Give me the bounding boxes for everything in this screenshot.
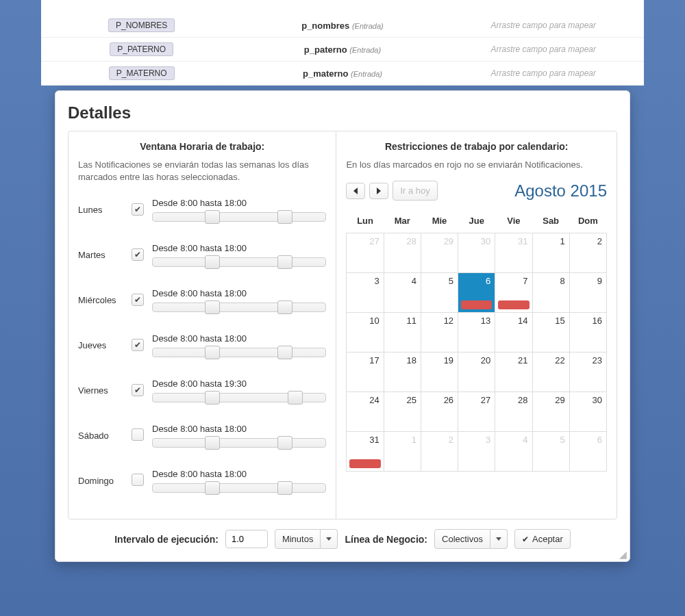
- calendar-weekday: Sab: [532, 209, 569, 233]
- slider-handle-start[interactable]: [205, 300, 220, 314]
- day-checkbox[interactable]: [132, 384, 144, 396]
- field-tag: (Entrada): [351, 70, 382, 78]
- calendar-day[interactable]: 26: [421, 392, 458, 432]
- accept-button[interactable]: Aceptar: [514, 529, 571, 549]
- calendar-day[interactable]: 15: [532, 313, 569, 352]
- unit-dropdown[interactable]: Minutos: [275, 529, 338, 549]
- field-placeholder[interactable]: Arrastre campo para mapear: [443, 68, 644, 78]
- calendar-day[interactable]: 29: [532, 392, 569, 432]
- calendar-day[interactable]: 31: [495, 233, 532, 273]
- day-range-slider[interactable]: [152, 212, 326, 222]
- unit-dropdown-label[interactable]: Minutos: [275, 529, 321, 549]
- calendar-day[interactable]: 30: [569, 392, 606, 432]
- resize-handle-icon[interactable]: ◢: [619, 549, 627, 560]
- calendar-day[interactable]: 9: [569, 273, 606, 313]
- calendar-weekday: Vie: [495, 209, 532, 233]
- day-range-slider[interactable]: [152, 393, 326, 402]
- day-range-slider[interactable]: [152, 348, 326, 357]
- slider-handle-end[interactable]: [277, 300, 292, 314]
- day-checkbox[interactable]: [132, 428, 144, 441]
- calendar-panel: Restricciones de trabajo por calendario:…: [336, 131, 616, 519]
- day-range-slider[interactable]: [152, 257, 326, 267]
- day-checkbox[interactable]: [132, 339, 144, 351]
- work-window-header: Ventana Horaria de trabajo:: [78, 138, 326, 159]
- calendar-day[interactable]: 25: [384, 392, 421, 432]
- calendar-day[interactable]: 2: [569, 233, 606, 273]
- calendar-day[interactable]: 20: [458, 352, 495, 392]
- slider-handle-end[interactable]: [277, 210, 292, 224]
- calendar-day[interactable]: 5: [532, 432, 569, 472]
- day-checkbox[interactable]: [132, 294, 144, 306]
- calendar-day[interactable]: 17: [347, 352, 384, 392]
- cal-prev-button[interactable]: [346, 183, 365, 199]
- calendar-day[interactable]: 10: [347, 313, 384, 352]
- field-placeholder[interactable]: Arrastre campo para mapear: [443, 21, 644, 30]
- field-badge[interactable]: P_PATERNO: [110, 42, 173, 56]
- calendar-day[interactable]: 21: [495, 352, 532, 392]
- slider-handle-start[interactable]: [205, 481, 220, 495]
- calendar-day[interactable]: 1: [532, 233, 569, 273]
- day-checkbox[interactable]: [132, 203, 144, 216]
- cal-next-button[interactable]: [369, 183, 388, 199]
- calendar-day[interactable]: 12: [421, 313, 458, 352]
- calendar-day[interactable]: 5: [421, 273, 458, 313]
- work-window-panel: Ventana Horaria de trabajo: Las Notifica…: [68, 131, 336, 519]
- calendar-day[interactable]: 4: [384, 273, 421, 313]
- calendar-day[interactable]: 2: [421, 432, 458, 472]
- slider-handle-start[interactable]: [205, 436, 220, 450]
- calendar-day[interactable]: 1: [384, 432, 421, 472]
- calendar-day[interactable]: 11: [384, 313, 421, 352]
- slider-handle-end[interactable]: [277, 436, 292, 450]
- field-badge[interactable]: P_NOMBRES: [108, 18, 175, 32]
- calendar-day[interactable]: 6: [569, 432, 606, 472]
- calendar-day[interactable]: 19: [421, 352, 458, 392]
- lob-dropdown-label[interactable]: Colectivos: [434, 529, 490, 549]
- slider-handle-start[interactable]: [205, 391, 220, 405]
- calendar-day[interactable]: 7: [495, 273, 532, 313]
- calendar-day[interactable]: 3: [347, 273, 384, 313]
- slider-handle-start[interactable]: [205, 346, 220, 359]
- background-mapping-table: P_NOMBRESp_nombres (Entrada)Arrastre cam…: [41, 0, 644, 86]
- calendar-day[interactable]: 16: [569, 313, 606, 352]
- field-badge[interactable]: P_MATERNO: [109, 66, 175, 80]
- day-range-slider[interactable]: [152, 303, 326, 312]
- field-placeholder[interactable]: Arrastre campo para mapear: [443, 44, 644, 54]
- bg-row: P_NOMBRESp_nombres (Entrada)Arrastre cam…: [41, 14, 644, 38]
- calendar-day[interactable]: 13: [458, 313, 495, 352]
- interval-input[interactable]: [225, 530, 268, 548]
- lob-dropdown-caret[interactable]: [490, 529, 508, 549]
- calendar-day[interactable]: 24: [347, 392, 384, 432]
- unit-dropdown-caret[interactable]: [321, 529, 338, 549]
- calendar-day[interactable]: 3: [458, 432, 495, 472]
- calendar-day[interactable]: 22: [532, 352, 569, 392]
- calendar-day[interactable]: 31: [347, 432, 384, 472]
- slider-handle-end[interactable]: [277, 255, 292, 269]
- slider-handle-start[interactable]: [205, 255, 220, 269]
- calendar-day[interactable]: 27: [347, 233, 384, 273]
- calendar-day[interactable]: 18: [384, 352, 421, 392]
- day-range-slider[interactable]: [152, 483, 326, 493]
- calendar-day[interactable]: 6: [458, 273, 495, 313]
- calendar-day[interactable]: 14: [495, 313, 532, 352]
- calendar-day[interactable]: 28: [384, 233, 421, 273]
- day-checkbox[interactable]: [132, 248, 144, 261]
- bg-row: P_PATERNOp_paterno (Entrada)Arrastre cam…: [41, 38, 644, 62]
- slider-handle-end[interactable]: [288, 391, 303, 405]
- calendar-day[interactable]: 29: [421, 233, 458, 273]
- slider-handle-end[interactable]: [277, 346, 292, 359]
- lob-dropdown[interactable]: Colectivos: [434, 529, 508, 549]
- calendar-event-bar: [461, 300, 492, 309]
- calendar-month-title: Agosto 2015: [514, 181, 607, 201]
- slider-handle-start[interactable]: [205, 210, 220, 224]
- calendar-day[interactable]: 4: [495, 432, 532, 472]
- calendar-day[interactable]: 23: [569, 352, 606, 392]
- caret-down-icon: [496, 537, 501, 541]
- day-checkbox[interactable]: [132, 474, 144, 486]
- calendar-day[interactable]: 8: [532, 273, 569, 313]
- day-range-slider[interactable]: [152, 438, 326, 448]
- slider-handle-end[interactable]: [277, 481, 292, 495]
- cal-today-button[interactable]: Ir a hoy: [393, 181, 437, 201]
- calendar-day[interactable]: 28: [495, 392, 532, 432]
- calendar-day[interactable]: 27: [458, 392, 495, 432]
- calendar-day[interactable]: 30: [458, 233, 495, 273]
